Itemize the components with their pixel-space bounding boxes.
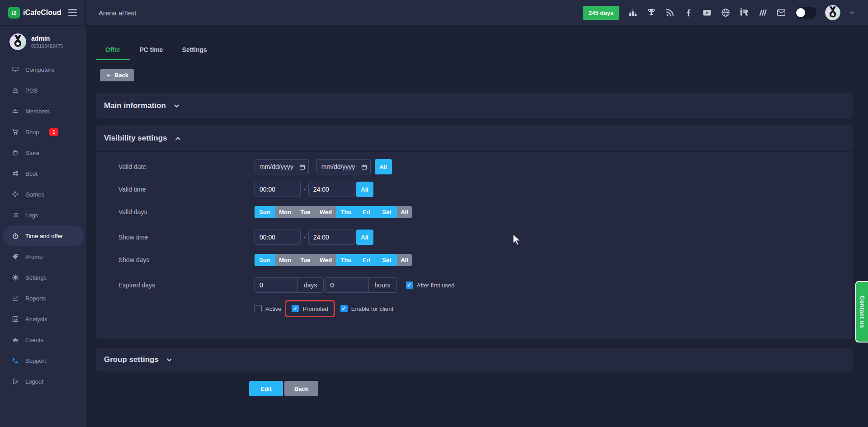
sidebar-item-analysis[interactable]: Analysis [0,309,86,329]
sidebar-item-games[interactable]: Games [0,184,86,205]
valid-date-start-input[interactable] [255,159,309,174]
trophy-icon[interactable] [646,8,656,18]
back-button-bottom[interactable]: Back [284,381,318,396]
contact-us-tab[interactable]: Contact us [855,281,868,343]
sidebar-item-support[interactable]: Support [0,350,86,371]
section-title: Group settings [104,355,159,364]
show-day-mon[interactable]: Mon [275,254,295,266]
mail-icon[interactable] [776,8,786,18]
valid-day-tue[interactable]: Tue [295,206,316,218]
back-arrow-icon [106,72,112,78]
ranking-icon[interactable] [628,8,638,18]
show-day-wed[interactable]: Wed [316,254,336,266]
sidebar-item-logout[interactable]: Logout [0,371,86,392]
valid-time-end-input[interactable] [308,182,354,197]
sidebar-item-label: Logs [25,212,38,219]
show-time-start-input[interactable] [255,230,301,245]
footer-buttons: Edit Back [249,381,853,396]
sidebar-header: i2 iCafeCloud [0,0,86,25]
show-time-all-button[interactable]: All [356,230,373,245]
globe-icon[interactable] [721,8,731,18]
valid-date-end-box [316,159,371,174]
valid-day-mon[interactable]: Mon [275,206,295,218]
valid-date-all-button[interactable]: All [375,159,392,174]
support-icon [12,357,19,364]
sidebar-item-events[interactable]: Events [0,329,86,350]
main-content: Offer PC time Settings Back Main informa… [86,26,868,427]
sidebar-item-label: Time and offer [25,233,63,239]
show-day-fri[interactable]: Fri [356,254,377,266]
valid-day-wed[interactable]: Wed [316,206,336,218]
expired-hours-input[interactable] [326,278,368,292]
sidebar-item-logs[interactable]: Logs [0,205,86,225]
rss-icon[interactable] [665,8,675,18]
facebook-icon[interactable] [684,8,693,18]
valid-day-sat[interactable]: Sat [377,206,397,218]
show-days-label: Show days [118,256,255,263]
valid-time-start-input[interactable] [255,182,301,197]
app-logo[interactable]: i2 iCafeCloud [8,7,61,19]
show-day-all[interactable]: All [397,254,412,266]
after-first-used-checkbox[interactable] [406,282,413,289]
edit-button[interactable]: Edit [249,381,283,396]
menu-toggle-icon[interactable] [67,8,78,18]
valid-day-all[interactable]: All [397,206,412,218]
app-logo-icon: i2 [8,7,20,19]
back-button-top[interactable]: Back [100,69,134,81]
logout-icon [12,378,19,385]
layers-icon[interactable] [758,8,768,18]
youtube-icon[interactable] [702,8,712,18]
expired-days-input[interactable] [255,278,297,292]
tab-settings[interactable]: Settings [173,43,217,60]
tab-offer[interactable]: Offer [96,43,130,60]
license-days-badge[interactable]: 245 days [583,6,619,20]
games-icon [12,191,19,198]
analysis-icon [12,315,19,323]
enable-for-client-checkbox[interactable] [340,305,348,312]
show-day-tue[interactable]: Tue [295,254,316,266]
tab-pc-time[interactable]: PC time [130,43,172,60]
show-day-sun[interactable]: Sun [255,254,275,266]
boot-icon [12,170,19,177]
platinum-medal-icon [825,5,840,20]
sidebar-item-label: Logout [25,378,43,385]
sidebar-item-pos[interactable]: POS [0,80,86,101]
header-actions: 245 days [583,5,855,20]
sidebar-avatar [9,33,26,50]
valid-time-all-button[interactable]: All [356,182,373,197]
toggle-knob [796,8,805,17]
valid-day-fri[interactable]: Fri [356,206,377,218]
sidebar-item-store[interactable]: Store [0,142,86,163]
sidebar-item-members[interactable]: Members [0,101,86,122]
user-avatar[interactable] [825,5,840,20]
active-checkbox[interactable] [255,305,262,312]
range-separator: - [303,186,306,193]
show-day-sat[interactable]: Sat [377,254,397,266]
promo-icon [12,253,19,260]
sidebar-item-time-and-offer[interactable]: Time and offer [3,225,84,246]
icafecloud-icon[interactable] [739,8,749,18]
visibility-settings-header[interactable]: Visibility settings [96,125,853,152]
show-time-end-input[interactable] [308,230,354,245]
sidebar-item-promo[interactable]: Promo [0,246,86,267]
sidebar-item-computers[interactable]: Computers [0,59,86,80]
theme-toggle[interactable] [795,7,816,19]
group-settings-header[interactable]: Group settings [96,348,853,371]
valid-date-end-input[interactable] [316,159,371,174]
chevron-down-icon [165,356,173,364]
sidebar-item-label: Shop [25,129,39,136]
main-information-header[interactable]: Main information [96,93,853,119]
show-day-thu[interactable]: Thu [336,254,356,266]
sidebar-user[interactable]: admin 005193482475 [0,26,86,56]
sidebar-item-shop[interactable]: Shop 1 [0,122,86,142]
valid-day-thu[interactable]: Thu [336,206,356,218]
valid-day-sun[interactable]: Sun [255,206,275,218]
chevron-down-icon[interactable] [849,9,855,16]
show-days-picker: Sun Mon Tue Wed Thu Fri Sat All [255,254,412,266]
sidebar-item-boot[interactable]: Boot [0,163,86,184]
sidebar-item-reports[interactable]: Reports [0,288,86,309]
sidebar-item-settings[interactable]: Settings [0,267,86,288]
app-logo-text: iCafeCloud [23,9,61,17]
flags-row: Active Promoted Enable for client [118,300,853,317]
promoted-checkbox[interactable] [292,305,299,312]
